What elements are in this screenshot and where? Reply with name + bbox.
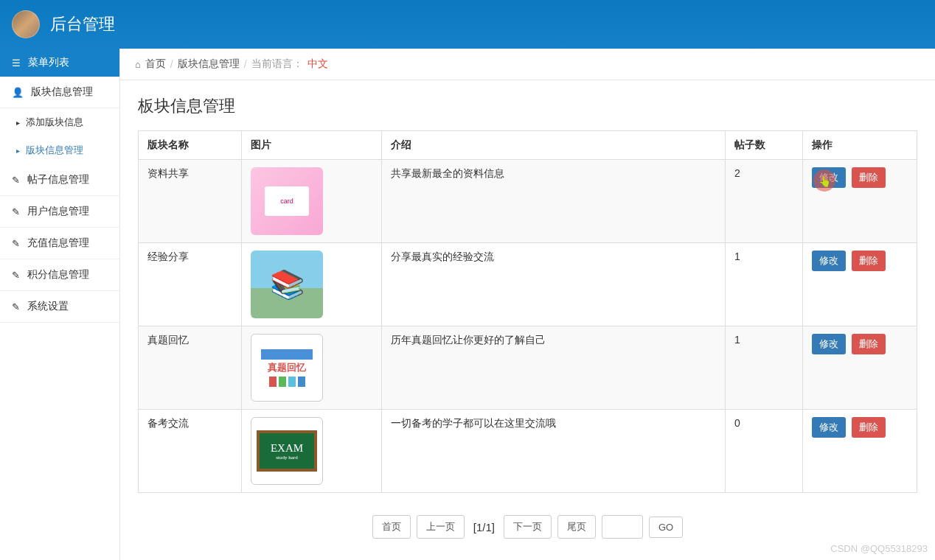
sidebar-item-recharge-manage[interactable]: ✎ 充值信息管理: [0, 228, 119, 259]
app-title: 后台管理: [50, 13, 115, 35]
cell-image: card: [242, 160, 382, 243]
table-row: 真题回忆 真题回忆 历年真题回忆让你更好的了解自己 1 修改 删除: [139, 326, 917, 410]
cell-intro: 一切备考的学子都可以在这里交流哦: [382, 410, 726, 493]
sidebar-item-user-manage[interactable]: ✎ 用户信息管理: [0, 196, 119, 228]
cell-count: 0: [726, 410, 803, 493]
sidebar-sub-label: 版块信息管理: [26, 144, 83, 157]
cell-name: 真题回忆: [139, 326, 242, 410]
edit-icon: ✎: [12, 238, 20, 249]
page-prev-button[interactable]: 上一页: [417, 515, 465, 539]
sidebar-item-label: 充值信息管理: [27, 237, 89, 250]
sidebar-item-label: 系统设置: [27, 300, 69, 313]
cell-name: 资料共享: [139, 160, 242, 243]
sidebar-sub-add-section[interactable]: ▸ 添加版块信息: [0, 108, 119, 136]
cell-op: 修改 删除: [803, 243, 917, 326]
cell-intro: 共享最新最全的资料信息: [382, 160, 726, 243]
breadcrumb-home[interactable]: 首页: [145, 57, 166, 71]
sidebar-item-points-manage[interactable]: ✎ 积分信息管理: [0, 259, 119, 291]
menu-header-label: 菜单列表: [28, 56, 69, 69]
delete-button[interactable]: 删除: [852, 251, 886, 271]
th-name: 版块名称: [139, 131, 242, 160]
table-row: 备考交流 EXAMstudy hard 一切备考的学子都可以在这里交流哦 0 修…: [139, 410, 917, 493]
page-info: [1/1]: [470, 521, 498, 533]
page-last-button[interactable]: 尾页: [557, 515, 596, 539]
lang-label: 当前语言：: [251, 57, 303, 71]
sidebar-item-label: 用户信息管理: [27, 205, 89, 218]
main-content: ⌂ 首页 / 版块信息管理 / 当前语言：中文 板块信息管理 版块名称 图片 介…: [120, 49, 935, 560]
cell-image: [242, 243, 382, 326]
sidebar-item-system-settings[interactable]: ✎ 系统设置: [0, 291, 119, 323]
th-op: 操作: [803, 131, 917, 160]
sidebar: ☰ 菜单列表 👤 版块信息管理 ▸ 添加版块信息 ▸ 版块信息管理 ✎ 帖子信息…: [0, 49, 120, 560]
app-logo: [12, 10, 40, 38]
home-icon: ⌂: [135, 59, 141, 70]
sidebar-item-label: 帖子信息管理: [27, 173, 89, 186]
cell-name: 备考交流: [139, 410, 242, 493]
edit-button[interactable]: 修改: [812, 334, 846, 354]
th-intro: 介绍: [382, 131, 726, 160]
cell-name: 经验分享: [139, 243, 242, 326]
user-icon: 👤: [12, 87, 24, 98]
menu-header: ☰ 菜单列表: [0, 49, 119, 77]
table-row: 经验分享 分享最真实的经验交流 1 修改 删除: [139, 243, 917, 326]
edit-icon: ✎: [12, 175, 20, 186]
cell-count: 1: [726, 243, 803, 326]
th-image: 图片: [242, 131, 382, 160]
list-icon: ☰: [12, 57, 21, 69]
caret-right-icon: ▸: [16, 147, 20, 155]
edit-button[interactable]: 修改: [812, 417, 846, 438]
breadcrumb: ⌂ 首页 / 版块信息管理 / 当前语言：中文: [120, 49, 935, 80]
cell-image: 真题回忆: [242, 326, 382, 410]
cell-intro: 分享最真实的经验交流: [382, 243, 726, 326]
page-input[interactable]: [602, 515, 643, 539]
section-table: 版块名称 图片 介绍 帖子数 操作 资料共享 card 共享最新最全的资料信息 …: [138, 130, 917, 493]
delete-button[interactable]: 删除: [852, 167, 886, 188]
cell-image: EXAMstudy hard: [242, 410, 382, 493]
cell-op: 修改 删除: [803, 326, 917, 410]
cell-op: 修改 删除: [803, 160, 917, 243]
cell-intro: 历年真题回忆让你更好的了解自己: [382, 326, 726, 410]
edit-icon: ✎: [12, 301, 20, 312]
sidebar-item-section-manage[interactable]: 👤 版块信息管理: [0, 77, 119, 108]
thumbnail: EXAMstudy hard: [251, 417, 323, 485]
app-header: 后台管理: [0, 0, 935, 49]
sidebar-item-post-manage[interactable]: ✎ 帖子信息管理: [0, 164, 119, 196]
lang-value: 中文: [307, 57, 328, 71]
cell-count: 1: [726, 326, 803, 410]
thumbnail: [251, 251, 323, 318]
edit-button[interactable]: 修改: [812, 167, 846, 188]
delete-button[interactable]: 删除: [852, 417, 886, 438]
breadcrumb-separator: /: [244, 58, 247, 70]
breadcrumb-separator: /: [170, 58, 173, 70]
pagination: 首页 上一页 [1/1] 下一页 尾页 GO: [138, 515, 917, 539]
edit-button[interactable]: 修改: [812, 251, 846, 271]
edit-icon: ✎: [12, 206, 20, 217]
page-next-button[interactable]: 下一页: [504, 515, 552, 539]
caret-right-icon: ▸: [16, 119, 20, 127]
table-row: 资料共享 card 共享最新最全的资料信息 2 修改 删除: [139, 160, 917, 243]
breadcrumb-section[interactable]: 版块信息管理: [178, 57, 240, 71]
cell-op: 修改 删除: [803, 410, 917, 493]
page-first-button[interactable]: 首页: [372, 515, 411, 539]
thumbnail: 真题回忆: [251, 334, 323, 402]
cell-count: 2: [726, 160, 803, 243]
sidebar-sub-manage-section[interactable]: ▸ 版块信息管理: [0, 136, 119, 164]
delete-button[interactable]: 删除: [852, 334, 886, 354]
thumbnail: card: [251, 167, 323, 235]
page-title: 板块信息管理: [138, 95, 917, 117]
th-count: 帖子数: [726, 131, 803, 160]
sidebar-item-label: 版块信息管理: [31, 85, 93, 99]
page-go-button[interactable]: GO: [649, 517, 683, 538]
edit-icon: ✎: [12, 270, 20, 281]
sidebar-item-label: 积分信息管理: [27, 268, 89, 281]
sidebar-sub-label: 添加版块信息: [26, 116, 83, 129]
